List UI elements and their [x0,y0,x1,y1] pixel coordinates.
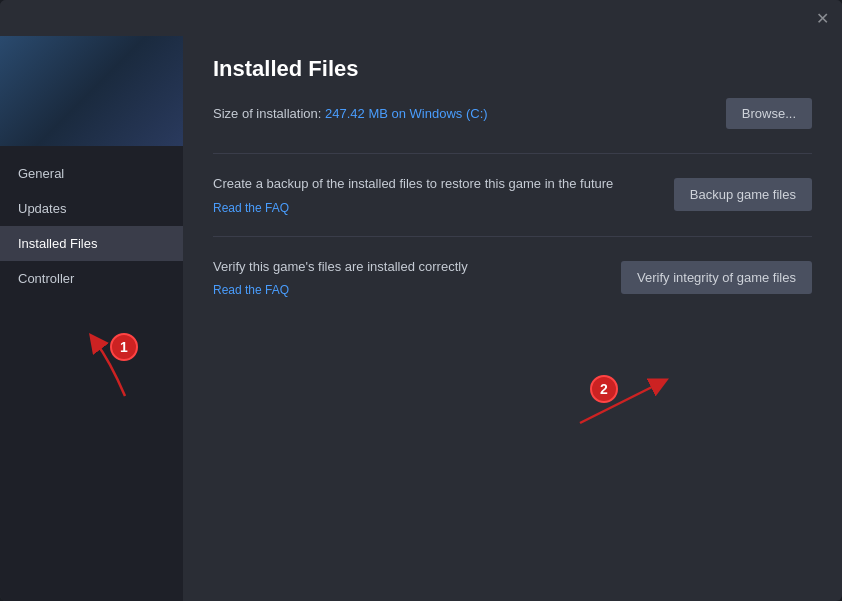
page-title: Installed Files [213,56,812,82]
backup-button[interactable]: Backup game files [674,178,812,211]
install-size-prefix: Size of installation: [213,106,325,121]
install-size-row: Size of installation: 247.42 MB on Windo… [213,98,812,129]
dialog: ✕ General Updates Installed Files Contro… [0,0,842,601]
backup-faq-link[interactable]: Read the FAQ [213,201,289,215]
annotation-1: 1 [110,333,138,361]
browse-button[interactable]: Browse... [726,98,812,129]
install-size-text: Size of installation: 247.42 MB on Windo… [213,106,488,121]
verify-description: Verify this game's files are installed c… [213,257,601,277]
backup-description: Create a backup of the installed files t… [213,174,654,194]
verify-button[interactable]: Verify integrity of game files [621,261,812,294]
verify-action-row: Verify this game's files are installed c… [213,237,812,319]
content-area: Installed Files Size of installation: 24… [183,36,842,601]
verify-action-text: Verify this game's files are installed c… [213,257,601,299]
install-size-value: 247.42 MB on Windows (C:) [325,106,488,121]
sidebar-item-updates[interactable]: Updates [0,191,183,226]
backup-action-text: Create a backup of the installed files t… [213,174,654,216]
backup-action-row: Create a backup of the installed files t… [213,154,812,237]
close-button[interactable]: ✕ [812,8,832,28]
game-thumbnail [0,36,183,146]
annotation-2: 2 [590,375,618,403]
sidebar: General Updates Installed Files Controll… [0,36,183,601]
verify-faq-link[interactable]: Read the FAQ [213,283,289,297]
sidebar-item-general[interactable]: General [0,156,183,191]
sidebar-item-controller[interactable]: Controller [0,261,183,296]
sidebar-item-installed-files[interactable]: Installed Files [0,226,183,261]
main-content: General Updates Installed Files Controll… [0,36,842,601]
title-bar: ✕ [0,0,842,36]
nav-items: General Updates Installed Files Controll… [0,146,183,296]
